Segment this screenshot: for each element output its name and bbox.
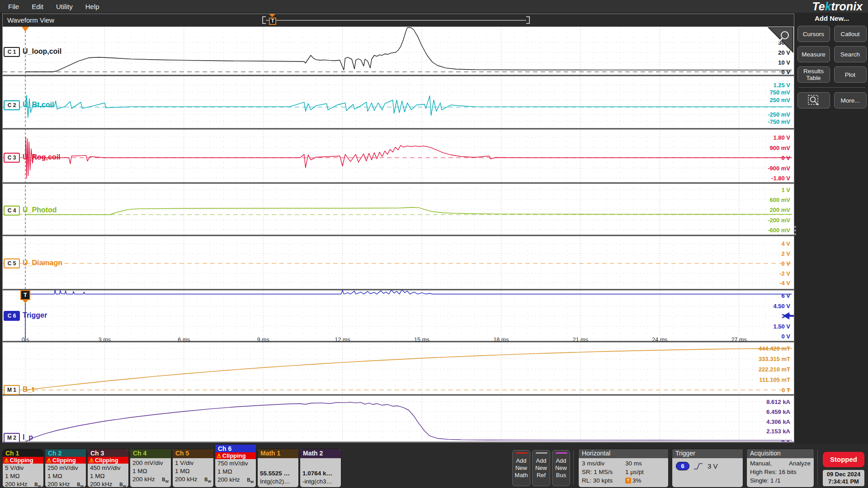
side-bottom-row: More... <box>797 92 867 108</box>
add-new-ref-button[interactable]: AddNewRef <box>532 450 550 486</box>
bandwidth-limit-indicator: BW <box>34 481 41 487</box>
svg-text:18 ms: 18 ms <box>493 337 509 343</box>
acq-resolution: High Res: 16 bits <box>750 468 811 476</box>
svg-text:-750 mV: -750 mV <box>768 118 790 125</box>
badge-row: 200 kHzBW <box>132 475 169 486</box>
menu-file[interactable]: File <box>8 3 19 10</box>
warning-icon: ⚠ <box>4 457 9 464</box>
badge-rows: 55.5525 …Intg(ch2)… <box>258 458 298 487</box>
svg-text:111.105 mT: 111.105 mT <box>759 376 790 383</box>
menu-help[interactable]: Help <box>85 3 99 10</box>
svg-text:0 V: 0 V <box>781 69 790 75</box>
svg-text:1 V: 1 V <box>781 187 790 193</box>
svg-text:600 mV: 600 mV <box>769 197 790 203</box>
trigger-position-icon-small: T <box>625 478 631 483</box>
trigger-position-pointer[interactable] <box>269 14 275 17</box>
svg-text:0 V: 0 V <box>781 260 790 267</box>
bandwidth-limit-indicator: BW <box>162 476 169 486</box>
channel-badge-ch3[interactable]: Ch 3⚠Clipping450 mV/div1 MΩ200 kHzBW <box>88 449 128 487</box>
svg-text:200 mV: 200 mV <box>769 206 790 213</box>
badge-row: 1.0764 k… <box>302 469 339 478</box>
svg-text:4.306 kA: 4.306 kA <box>766 418 790 425</box>
channel-tag-c2[interactable]: C 2 <box>4 100 20 110</box>
menu-edit[interactable]: Edit <box>32 3 43 10</box>
channel-badge-ch1[interactable]: Ch 1⚠Clipping5 V/div1 MΩ200 kHzBW <box>3 449 43 487</box>
bandwidth-limit-indicator: BW <box>247 476 254 486</box>
channel-badge-ch4[interactable]: Ch 4200 mV/div1 MΩ200 kHzBW <box>130 449 171 487</box>
badge-row: 55.5525 … <box>260 469 296 478</box>
bandwidth-limit-indicator: BW <box>204 476 211 486</box>
badge-row: 1 MΩ <box>47 472 84 480</box>
channel-label-c4: U_Photod <box>23 206 57 214</box>
channel-tag-c6[interactable]: C 6 <box>4 311 20 321</box>
add-new-bus-button[interactable]: AddNewBus <box>552 450 570 486</box>
channel-badge-ch2[interactable]: Ch 2⚠Clipping250 mV/div1 MΩ200 kHzBW <box>45 449 86 487</box>
svg-text:0 V: 0 V <box>781 333 790 340</box>
channel-badge-math2[interactable]: Math 21.0764 k…-intg(ch3… <box>300 449 341 487</box>
panel-splitter-handle[interactable] <box>794 226 797 235</box>
add-new-math-button[interactable]: AddNewMath <box>512 450 530 486</box>
channel-tag-m1[interactable]: M 1 <box>4 385 20 395</box>
time-text: 7:34:41 PM <box>823 478 864 485</box>
svg-text:6 ms: 6 ms <box>178 337 190 343</box>
trigger-time-marker-top[interactable] <box>22 27 29 32</box>
acq-mode: Manual, <box>750 459 772 468</box>
bottom-bar: Horizontal 3 ms/div30 msSR: 1 MS/s1 µs/p… <box>0 444 868 488</box>
add-new-results-table-button[interactable]: Results Table <box>797 66 830 83</box>
add-new-plot-button[interactable]: Plot <box>834 66 867 83</box>
channel-tag-c1[interactable]: C 1 <box>4 47 20 57</box>
badge-row: 250 mV/div <box>47 464 84 472</box>
acquisition-panel[interactable]: Acquisition Manual, Analyze High Res: 16… <box>747 449 814 487</box>
warning-icon: ⚠ <box>217 453 222 459</box>
add-new-header: Add New... <box>797 14 867 22</box>
svg-text:-600 mV: -600 mV <box>768 227 790 234</box>
channel-badge-ch6[interactable]: Ch 6⚠Clipping750 mV/div1 MΩ200 kHzBW <box>215 445 256 487</box>
add-new-callout-button[interactable]: Callout <box>834 26 867 42</box>
scrollbar-left-bracket[interactable] <box>262 16 266 24</box>
channel-label-m2: I_p <box>23 433 33 441</box>
channel-badge-ch5[interactable]: Ch 51 V/div1 MΩ200 kHzBW <box>173 449 213 487</box>
svg-text:-1.80 V: -1.80 V <box>771 175 790 182</box>
svg-text:222.210 mT: 222.210 mT <box>759 366 790 373</box>
channel-tag-c5[interactable]: C 5 <box>4 258 20 268</box>
add-new-measure-button[interactable]: Measure <box>797 46 830 62</box>
scrollbar-right-bracket[interactable] <box>526 16 530 24</box>
channel-tag-c4[interactable]: C 4 <box>4 206 20 216</box>
menu-utility[interactable]: Utility <box>56 3 73 10</box>
record-scrollbar[interactable] <box>266 20 526 21</box>
tektronix-logo: Tektronix <box>812 0 863 13</box>
horizontal-panel[interactable]: Horizontal 3 ms/div30 msSR: 1 MS/s1 µs/p… <box>579 449 668 487</box>
badge-row: 200 kHzBW <box>47 480 84 487</box>
svg-text:900 mV: 900 mV <box>769 145 790 151</box>
badge-header: Ch 2 <box>45 449 86 457</box>
channel-tag-c3[interactable]: C 3 <box>4 153 20 163</box>
run-stop-status-button[interactable]: Stopped <box>823 452 864 467</box>
badge-row: 750 mV/div <box>217 460 254 468</box>
scope-screen: File Edit Utility Help Tektronix Wavefor… <box>0 0 868 488</box>
svg-text:1.50 V: 1.50 V <box>773 323 790 330</box>
svg-text:9 ms: 9 ms <box>257 337 269 343</box>
badge-row: 200 kHzBW <box>5 480 41 487</box>
more-button[interactable]: More... <box>834 92 867 108</box>
waveform-graticule[interactable]: 30 V20 V10 V0 V1.25 V750 mV250 mV-250 mV… <box>3 27 794 442</box>
add-new-cursors-button[interactable]: Cursors <box>797 26 830 42</box>
svg-text:750 mV: 750 mV <box>769 89 790 96</box>
add-new-button-grid: CursorsCalloutMeasureSearchResults Table… <box>797 26 867 83</box>
svg-text:27 ms: 27 ms <box>731 337 747 343</box>
trigger-source-marker[interactable]: T <box>20 290 30 300</box>
acq-analyze: Analyze <box>789 459 811 468</box>
warning-icon: ⚠ <box>89 457 94 464</box>
badge-row: 1 MΩ <box>5 472 41 480</box>
horizontal-row: RL: 30 kptsT3% <box>582 476 665 485</box>
channel-badge-math1[interactable]: Math 155.5525 …Intg(ch2)… <box>258 449 298 487</box>
datetime-badge: 09 Dec 2024 7:34:41 PM <box>823 470 864 486</box>
trigger-position-icon[interactable]: T <box>269 18 276 25</box>
zoom-select-button[interactable] <box>797 92 830 108</box>
add-new-search-button[interactable]: Search <box>834 46 867 62</box>
trigger-panel[interactable]: Trigger 6 3 V <box>672 449 743 487</box>
svg-text:-250 mV: -250 mV <box>768 111 790 118</box>
channel-label-c5: U_Diamagn <box>23 259 62 267</box>
accent-strip <box>516 452 528 454</box>
badge-rows: 200 mV/div1 MΩ200 kHzBW <box>130 458 171 487</box>
channel-tag-m2[interactable]: M 2 <box>4 433 20 442</box>
